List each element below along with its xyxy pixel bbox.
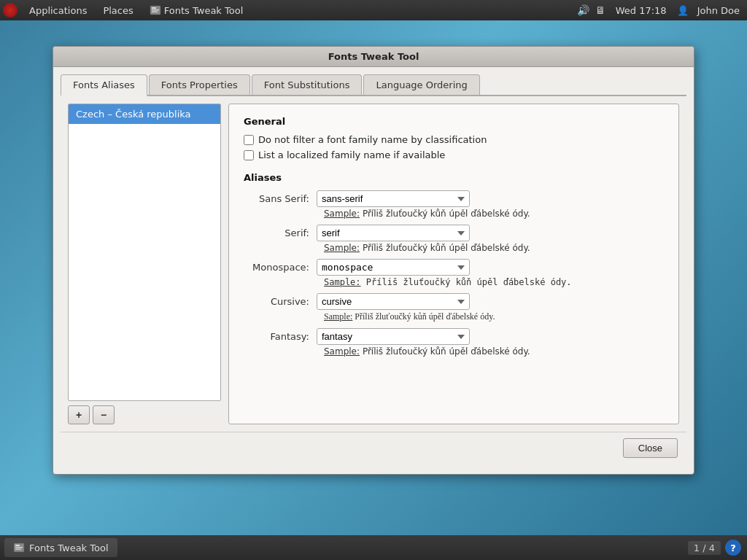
alias-field-sans-serif: Sans Serif: sans-serif Arial Helvetica L… xyxy=(244,190,664,207)
alias-row-serif: Serif: serif Times New Roman Liberation … xyxy=(244,225,664,253)
svg-rect-7 xyxy=(15,549,21,550)
remove-item-button[interactable]: − xyxy=(93,405,115,424)
sidebar-buttons: + − xyxy=(68,405,221,424)
alias-label-serif: Serif: xyxy=(244,228,317,238)
svg-rect-1 xyxy=(152,7,156,9)
alias-select-fantasy[interactable]: fantasy Impact Papyrus xyxy=(317,328,470,345)
tab-language-ordering[interactable]: Language Ordering xyxy=(363,74,479,95)
alias-label-fantasy: Fantasy: xyxy=(244,331,317,342)
username: John Doe xyxy=(697,5,740,16)
svg-rect-5 xyxy=(15,545,20,546)
language-list[interactable]: Czech – Česká republika xyxy=(68,104,221,401)
svg-rect-6 xyxy=(15,547,23,548)
add-item-button[interactable]: + xyxy=(68,405,90,424)
taskbar-right: 1 / 4 ? xyxy=(688,540,747,556)
alias-field-monospace: Monospace: monospace Courier Liberation … xyxy=(244,259,664,276)
checkbox-row-1: Do not filter a font family name by clas… xyxy=(244,134,664,145)
alias-select-cursive[interactable]: cursive Comic Sans MS URW Chancery L xyxy=(317,293,470,310)
alias-row-fantasy: Fantasy: fantasy Impact Papyrus Sample: … xyxy=(244,328,664,357)
taskbar-app-icon xyxy=(13,542,25,553)
help-button[interactable]: ? xyxy=(725,540,741,556)
clock: Wed 17:18 xyxy=(616,5,667,16)
main-area: Czech – Česká republika + − General Do n… xyxy=(61,96,686,432)
alias-label-monospace: Monospace: xyxy=(244,262,317,273)
checkbox-label-2: List a localized family name if availabl… xyxy=(258,149,445,160)
alias-field-fantasy: Fantasy: fantasy Impact Papyrus xyxy=(244,328,664,345)
taskbar-app-item[interactable]: Fonts Tweak Tool xyxy=(4,538,117,557)
alias-row-cursive: Cursive: cursive Comic Sans MS URW Chanc… xyxy=(244,293,664,322)
top-menubar: Applications Places Fonts Tweak Tool 🔊 🖥… xyxy=(0,0,747,20)
app-menu-label: Fonts Tweak Tool xyxy=(164,5,244,16)
checkbox-label-1: Do not filter a font family name by clas… xyxy=(258,134,487,145)
close-button[interactable]: Close xyxy=(623,438,678,458)
tab-bar: Fonts Aliases Fonts Properties Font Subs… xyxy=(61,74,686,96)
alias-row-monospace: Monospace: monospace Courier Liberation … xyxy=(244,259,664,287)
dialog-footer: Close xyxy=(61,432,686,467)
alias-select-serif[interactable]: serif Times New Roman Liberation Serif G… xyxy=(317,225,470,241)
checkbox-localized[interactable] xyxy=(244,150,254,160)
svg-rect-3 xyxy=(152,12,158,12)
alias-field-cursive: Cursive: cursive Comic Sans MS URW Chanc… xyxy=(244,293,664,310)
app-menu-icon xyxy=(150,4,161,16)
alias-sample-cursive: Sample: Příliš žluťoučký kůň úpěl ďábels… xyxy=(317,311,664,322)
checkbox-row-2: List a localized family name if availabl… xyxy=(244,149,664,160)
applications-menu[interactable]: Applications xyxy=(22,2,94,19)
aliases-title: Aliases xyxy=(244,172,664,183)
alias-sample-monospace: Sample: Příliš žluťoučký kůň úpěl ďábels… xyxy=(317,277,664,287)
svg-rect-2 xyxy=(152,9,159,10)
alias-sample-sans-serif: Sample: Příliš žluťoučký kůň úpěl ďábels… xyxy=(317,209,664,219)
general-title: General xyxy=(244,116,664,127)
sidebar: Czech – Česká republika + − xyxy=(68,104,221,424)
taskbar: Fonts Tweak Tool 1 / 4 ? xyxy=(0,535,747,560)
alias-field-serif: Serif: serif Times New Roman Liberation … xyxy=(244,225,664,241)
alias-row-sans-serif: Sans Serif: sans-serif Arial Helvetica L… xyxy=(244,190,664,219)
dialog-titlebar: Fonts Tweak Tool xyxy=(53,47,694,67)
alias-sample-serif: Sample: Příliš žluťoučký kůň úpěl ďábels… xyxy=(317,243,664,253)
tab-fonts-properties[interactable]: Fonts Properties xyxy=(149,74,250,95)
taskbar-app-label: Fonts Tweak Tool xyxy=(29,542,109,553)
desktop: Fonts Tweak Tool Fonts Aliases Fonts Pro… xyxy=(0,20,747,535)
os-logo xyxy=(3,3,18,18)
app-menu[interactable]: Fonts Tweak Tool xyxy=(142,1,251,19)
top-bar-right: 🔊 🖥 Wed 17:18 👤 John Doe xyxy=(577,4,747,16)
alias-label-sans-serif: Sans Serif: xyxy=(244,193,317,204)
alias-sample-fantasy: Sample: Příliš žluťoučký kůň úpěl ďábels… xyxy=(317,346,664,357)
checkbox-no-filter[interactable] xyxy=(244,135,254,145)
aliases-section: Aliases Sans Serif: sans-serif Arial Hel… xyxy=(244,172,664,357)
alias-select-monospace[interactable]: monospace Courier Liberation Mono DejaVu… xyxy=(317,259,470,276)
sidebar-item-czech[interactable]: Czech – Česká republika xyxy=(69,104,220,124)
tab-font-substitutions[interactable]: Font Substitutions xyxy=(252,74,363,95)
dialog-window: Fonts Tweak Tool Fonts Aliases Fonts Pro… xyxy=(53,46,694,475)
volume-icon[interactable]: 🔊 xyxy=(577,4,589,16)
alias-select-sans-serif[interactable]: sans-serif Arial Helvetica Liberation Sa… xyxy=(317,190,470,207)
tab-fonts-aliases[interactable]: Fonts Aliases xyxy=(61,74,147,96)
alias-label-cursive: Cursive: xyxy=(244,296,317,307)
right-panel: General Do not filter a font family name… xyxy=(228,104,679,424)
display-icon[interactable]: 🖥 xyxy=(595,4,605,16)
dialog-title: Fonts Tweak Tool xyxy=(328,51,419,62)
places-menu[interactable]: Places xyxy=(96,2,140,19)
page-indicator: 1 / 4 xyxy=(688,541,721,555)
dialog-content: Fonts Aliases Fonts Properties Font Subs… xyxy=(53,67,694,474)
user-icon: 👤 xyxy=(677,5,689,16)
